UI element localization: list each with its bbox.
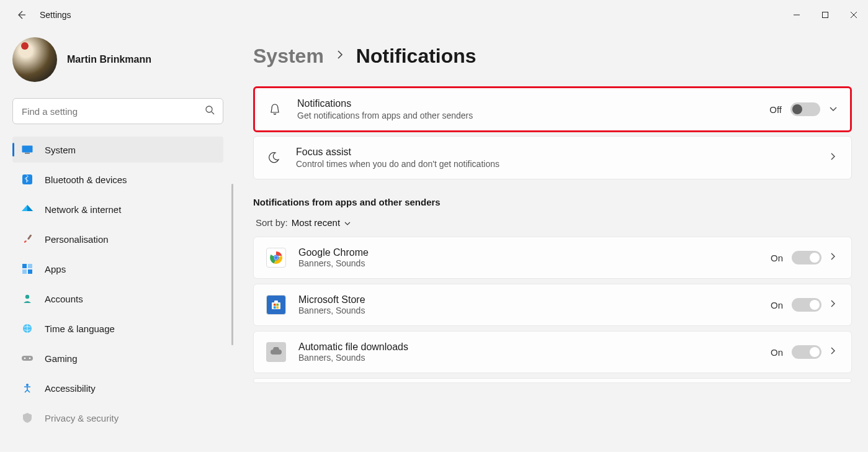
moon-icon xyxy=(266,150,281,165)
titlebar: Settings xyxy=(0,0,868,30)
close-button[interactable] xyxy=(839,4,868,26)
app-subtitle: Banners, Sounds xyxy=(298,353,771,363)
svg-rect-30 xyxy=(274,307,276,309)
sidebar-item-label: Time & language xyxy=(45,323,115,334)
svg-rect-14 xyxy=(22,269,27,274)
breadcrumb: System Notifications xyxy=(253,45,852,68)
svg-rect-15 xyxy=(28,269,32,274)
svg-rect-29 xyxy=(277,304,279,306)
sidebar-item-gaming[interactable]: Gaming xyxy=(12,345,223,371)
profile-name: Martin Brinkmann xyxy=(67,54,151,65)
bell-icon xyxy=(267,102,282,117)
app-sender-row[interactable]: Google Chrome Banners, Sounds On xyxy=(253,237,852,279)
svg-point-4 xyxy=(206,106,212,112)
sidebar-item-apps[interactable]: Apps xyxy=(12,256,223,282)
sidebar-item-label: Network & internet xyxy=(45,204,121,215)
svg-point-16 xyxy=(25,295,29,299)
person-icon xyxy=(21,292,34,305)
notifications-card[interactable]: Notifications Get notifications from app… xyxy=(253,86,852,132)
sidebar-item-accounts[interactable]: Accounts xyxy=(12,286,223,312)
app-title: Google Chrome xyxy=(298,247,771,258)
app-sender-row[interactable]: Microsoft Store Banners, Sounds On xyxy=(253,284,852,326)
svg-rect-18 xyxy=(22,356,33,361)
msstore-icon xyxy=(266,295,286,315)
search-icon xyxy=(205,105,215,117)
sidebar-item-time[interactable]: Time & language xyxy=(12,315,223,341)
avatar xyxy=(12,37,57,82)
sidebar-item-system[interactable]: System xyxy=(12,137,223,163)
sidebar-item-label: Accounts xyxy=(45,294,83,304)
apps-icon xyxy=(21,263,34,275)
breadcrumb-current: Notifications xyxy=(356,45,477,68)
app-sender-row-partial[interactable] xyxy=(253,378,852,383)
toggle-label: On xyxy=(771,347,783,358)
sidebar-item-label: System xyxy=(45,145,76,155)
sidebar-item-personalisation[interactable]: Personalisation xyxy=(12,226,223,252)
svg-point-19 xyxy=(24,358,26,359)
sidebar: Martin Brinkmann System Bluetooth & devi… xyxy=(0,30,236,452)
search-input[interactable] xyxy=(12,98,223,124)
svg-rect-12 xyxy=(22,264,27,268)
app-title: Automatic file downloads xyxy=(298,341,771,353)
svg-rect-11 xyxy=(27,234,32,240)
svg-rect-27 xyxy=(274,301,278,302)
toggle-label: Off xyxy=(769,104,782,115)
sidebar-item-label: Privacy & security xyxy=(45,413,119,423)
sort-dropdown[interactable]: Sort by: Most recent xyxy=(253,217,852,228)
sidebar-item-label: Accessibility xyxy=(45,383,96,394)
sidebar-item-label: Apps xyxy=(45,264,66,274)
sidebar-item-label: Bluetooth & devices xyxy=(45,174,127,185)
section-heading: Notifications from apps and other sender… xyxy=(253,197,852,207)
accessibility-icon xyxy=(21,382,34,394)
svg-marker-10 xyxy=(27,205,33,211)
svg-rect-13 xyxy=(28,264,32,268)
chevron-down-icon[interactable] xyxy=(829,104,838,115)
chevron-right-icon[interactable] xyxy=(830,252,839,263)
network-icon xyxy=(21,203,34,215)
sidebar-item-privacy[interactable]: Privacy & security xyxy=(12,405,223,431)
app-toggle[interactable] xyxy=(792,298,821,312)
bluetooth-icon xyxy=(21,173,34,186)
sidebar-item-accessibility[interactable]: Accessibility xyxy=(12,375,223,401)
sort-label: Sort by: xyxy=(256,217,288,228)
sidebar-item-label: Gaming xyxy=(45,353,78,364)
svg-point-20 xyxy=(29,358,31,359)
app-title: Microsoft Store xyxy=(298,294,771,305)
card-subtitle: Get notifications from apps and other se… xyxy=(297,111,769,120)
profile-block[interactable]: Martin Brinkmann xyxy=(12,37,223,82)
svg-point-21 xyxy=(26,384,29,386)
svg-rect-7 xyxy=(25,153,30,154)
chevron-right-icon[interactable] xyxy=(830,299,839,310)
app-sender-row[interactable]: Automatic file downloads Banners, Sounds… xyxy=(253,331,852,373)
chevron-right-icon[interactable] xyxy=(830,152,839,163)
back-button[interactable] xyxy=(15,9,27,21)
sidebar-scrollbar[interactable] xyxy=(231,184,233,345)
svg-line-5 xyxy=(212,112,214,114)
card-title: Notifications xyxy=(297,98,769,109)
app-toggle[interactable] xyxy=(792,251,821,264)
minimize-button[interactable] xyxy=(782,4,811,26)
sidebar-item-network[interactable]: Network & internet xyxy=(12,196,223,222)
notifications-toggle[interactable] xyxy=(790,102,820,116)
card-subtitle: Control times when you do and don't get … xyxy=(296,159,830,169)
toggle-label: On xyxy=(771,253,783,263)
chevron-right-icon[interactable] xyxy=(830,346,839,358)
system-icon xyxy=(21,143,34,156)
toggle-label: On xyxy=(771,300,783,310)
paintbrush-icon xyxy=(21,233,34,245)
focus-assist-card[interactable]: Focus assist Control times when you do a… xyxy=(253,136,852,179)
chevron-down-icon xyxy=(344,217,351,228)
breadcrumb-parent[interactable]: System xyxy=(253,45,324,68)
gamepad-icon xyxy=(21,352,34,364)
sidebar-item-bluetooth[interactable]: Bluetooth & devices xyxy=(12,166,223,192)
sidebar-item-label: Personalisation xyxy=(45,234,109,245)
shield-icon xyxy=(21,412,34,424)
svg-rect-26 xyxy=(272,302,280,309)
svg-rect-1 xyxy=(823,12,828,18)
chevron-right-icon xyxy=(336,49,344,63)
svg-point-25 xyxy=(274,256,278,260)
app-subtitle: Banners, Sounds xyxy=(298,258,771,268)
maximize-button[interactable] xyxy=(811,4,839,26)
app-toggle[interactable] xyxy=(792,345,821,359)
app-subtitle: Banners, Sounds xyxy=(298,305,771,315)
